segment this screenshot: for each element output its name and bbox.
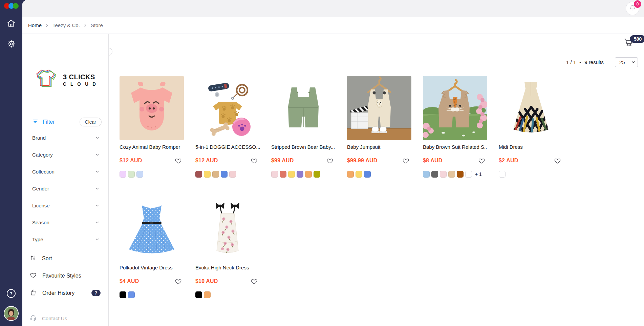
favourite-heart-button[interactable] bbox=[402, 157, 409, 164]
color-swatch[interactable] bbox=[499, 171, 506, 178]
page-size-select[interactable]: 25 bbox=[615, 57, 638, 67]
color-swatch[interactable] bbox=[431, 171, 438, 178]
chevron-down-icon bbox=[95, 169, 100, 174]
color-swatch[interactable] bbox=[212, 171, 219, 178]
heart-icon bbox=[30, 272, 37, 280]
color-swatch[interactable] bbox=[356, 171, 362, 178]
color-swatch[interactable] bbox=[288, 171, 295, 178]
product-image[interactable] bbox=[195, 76, 260, 140]
product-card: Polkadot Vintage Dress $4 AUD bbox=[120, 197, 184, 298]
product-price: $8 AUD bbox=[423, 158, 443, 164]
swatch-row bbox=[120, 291, 184, 298]
color-swatch[interactable] bbox=[128, 291, 135, 298]
product-price: $99 AUD bbox=[271, 158, 294, 164]
app-surface: 0 Home Teezy & Co. Store 3 CLICKS bbox=[22, 0, 644, 326]
favourite-heart-button[interactable] bbox=[250, 157, 258, 164]
chevron-down-icon bbox=[95, 152, 100, 157]
contact-us-item[interactable]: Contact Us bbox=[22, 314, 108, 322]
help-icon: ? bbox=[6, 289, 16, 299]
favourite-heart-button[interactable] bbox=[326, 157, 334, 164]
chevron-right-icon bbox=[83, 23, 88, 28]
product-image[interactable] bbox=[423, 76, 487, 140]
product-image[interactable] bbox=[499, 76, 563, 140]
favourite-heart-button[interactable] bbox=[250, 278, 258, 285]
notifications-button[interactable]: 0 bbox=[626, 2, 639, 15]
product-title: Baby Jumpsuit bbox=[347, 144, 411, 150]
home-nav-button[interactable] bbox=[6, 19, 16, 28]
color-swatch[interactable] bbox=[297, 171, 303, 178]
color-swatch[interactable] bbox=[136, 171, 143, 178]
favourite-heart-button[interactable] bbox=[174, 157, 182, 164]
filter-section-season[interactable]: Season bbox=[22, 214, 108, 231]
color-swatch[interactable] bbox=[204, 291, 211, 298]
color-swatch[interactable] bbox=[448, 171, 455, 178]
order-history-menu-item[interactable]: Order History 7 bbox=[22, 284, 108, 302]
product-card: Midi Dress $2 AUD bbox=[499, 76, 563, 178]
product-image[interactable] bbox=[195, 197, 260, 261]
color-swatch[interactable] bbox=[120, 291, 126, 298]
clear-filters-button[interactable]: Clear bbox=[80, 118, 102, 126]
color-swatch[interactable] bbox=[221, 171, 228, 178]
filter-section-label: Brand bbox=[32, 135, 46, 141]
window-traffic-lights bbox=[4, 3, 19, 9]
favourite-heart-button[interactable] bbox=[478, 157, 485, 164]
help-button[interactable]: ? bbox=[6, 289, 16, 299]
chevron-down-icon bbox=[95, 203, 100, 208]
color-swatch[interactable] bbox=[271, 171, 278, 178]
product-image[interactable] bbox=[120, 197, 184, 261]
filter-section-label: Collection bbox=[32, 169, 55, 175]
settings-nav-button[interactable] bbox=[6, 40, 16, 49]
home-icon bbox=[7, 19, 16, 29]
filter-section-type[interactable]: Type bbox=[22, 231, 108, 248]
product-card: Stripped Brown Bear Baby... $99 AUD bbox=[271, 76, 336, 178]
brand-name-line2: C L O U D bbox=[63, 82, 97, 86]
color-swatch[interactable] bbox=[280, 171, 286, 178]
sort-icon bbox=[30, 254, 36, 262]
headset-icon bbox=[30, 314, 37, 322]
color-swatch[interactable] bbox=[120, 171, 126, 178]
swatch-row bbox=[499, 171, 563, 178]
tshirt-logo-icon bbox=[33, 66, 60, 93]
filter-section-collection[interactable]: Collection bbox=[22, 163, 108, 180]
color-swatch[interactable] bbox=[423, 171, 430, 178]
color-swatch[interactable] bbox=[465, 171, 472, 178]
color-swatch[interactable] bbox=[440, 171, 447, 178]
color-swatch[interactable] bbox=[195, 171, 202, 178]
favourite-styles-menu-item[interactable]: Favourite Styles bbox=[22, 267, 108, 284]
color-swatch[interactable] bbox=[195, 291, 202, 298]
filter-section-gender[interactable]: Gender bbox=[22, 180, 108, 197]
breadcrumb-item-brand[interactable]: Teezy & Co. bbox=[52, 22, 80, 28]
product-grid: Cozy Animal Baby Romper $12 AUD 5-in-1 D… bbox=[120, 76, 644, 298]
breadcrumb-item-home[interactable]: Home bbox=[28, 22, 42, 28]
more-colors-label: + 1 bbox=[475, 171, 482, 177]
order-history-label: Order History bbox=[42, 290, 74, 296]
color-swatch[interactable] bbox=[347, 171, 354, 178]
color-swatch[interactable] bbox=[305, 171, 312, 178]
product-image[interactable] bbox=[271, 76, 336, 140]
product-image[interactable] bbox=[347, 76, 411, 140]
filter-section-brand[interactable]: Brand bbox=[22, 129, 108, 146]
product-image[interactable] bbox=[120, 76, 184, 140]
filter-section-category[interactable]: Category bbox=[22, 146, 108, 163]
favourite-heart-button[interactable] bbox=[554, 157, 561, 164]
product-price: $12 AUD bbox=[120, 158, 142, 164]
breadcrumb-item-store[interactable]: Store bbox=[91, 22, 103, 28]
swatch-row bbox=[195, 171, 260, 178]
nav-rail: ? bbox=[0, 0, 22, 326]
cart-button[interactable]: 500 bbox=[624, 37, 634, 49]
favourite-heart-button[interactable] bbox=[174, 278, 182, 285]
color-swatch[interactable] bbox=[128, 171, 135, 178]
favourite-styles-label: Favourite Styles bbox=[42, 273, 81, 279]
window-zoom-dot[interactable] bbox=[13, 3, 19, 9]
sort-menu-item[interactable]: Sort bbox=[22, 250, 108, 267]
color-swatch[interactable] bbox=[314, 171, 320, 178]
filter-section-list: Brand Category Collection Gender License… bbox=[22, 129, 108, 248]
user-avatar[interactable] bbox=[4, 306, 19, 321]
product-title: Evoka High Neck Dress bbox=[195, 264, 260, 271]
color-swatch[interactable] bbox=[204, 171, 211, 178]
color-swatch[interactable] bbox=[229, 171, 236, 178]
filter-section-license[interactable]: License bbox=[22, 197, 108, 214]
color-swatch[interactable] bbox=[364, 171, 371, 178]
color-swatch[interactable] bbox=[457, 171, 464, 178]
chevron-down-icon bbox=[95, 135, 100, 140]
